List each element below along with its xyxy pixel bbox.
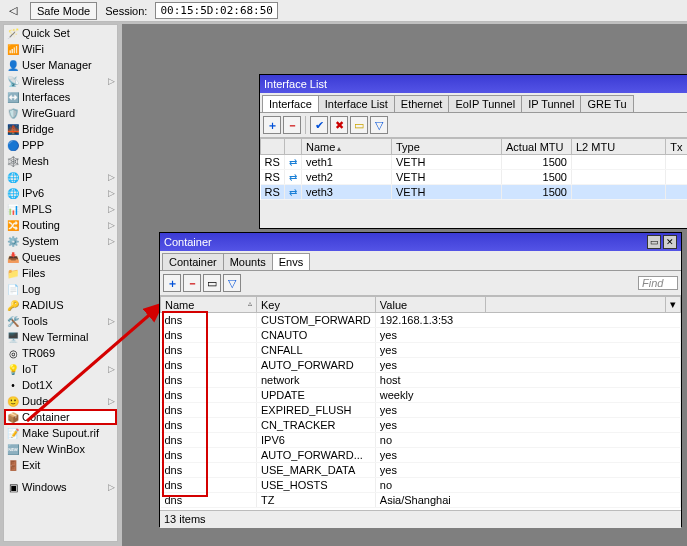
table-row[interactable]: dnsUSE_MARK_DATAyes — [161, 463, 681, 478]
table-row[interactable]: dnsTZAsia/Shanghai — [161, 493, 681, 508]
sidebar-item-iot[interactable]: 💡IoT▷ — [4, 361, 117, 377]
table-row[interactable]: dnsCNFALLyes — [161, 343, 681, 358]
back-icon[interactable]: ◁ — [4, 2, 22, 20]
table-row[interactable]: dnsUSE_HOSTSno — [161, 478, 681, 493]
table-row[interactable]: dnsnetworkhost — [161, 373, 681, 388]
minimize-button[interactable]: ▭ — [647, 235, 661, 249]
sidebar-item-wireguard[interactable]: 🛡️WireGuard — [4, 105, 117, 121]
tab-ethernet[interactable]: Ethernet — [394, 95, 450, 112]
sidebar-item-wifi[interactable]: 📶WiFi — [4, 41, 117, 57]
disable-button[interactable]: ✖ — [330, 116, 348, 134]
sidebar-label: New Terminal — [22, 331, 88, 343]
sidebar-item-bridge[interactable]: 🌉Bridge — [4, 121, 117, 137]
submenu-arrow-icon: ▷ — [108, 236, 115, 246]
sidebar-item-radius[interactable]: 🔑RADIUS — [4, 297, 117, 313]
col-header[interactable]: Type — [392, 139, 502, 155]
tab-container[interactable]: Container — [162, 253, 224, 270]
close-button[interactable]: ✕ — [663, 235, 677, 249]
sidebar-icon: 🕸️ — [6, 154, 20, 168]
sidebar-item-windows[interactable]: ▣Windows▷ — [4, 479, 117, 495]
col-header[interactable]: L2 MTU — [572, 139, 666, 155]
sidebar-label: RADIUS — [22, 299, 64, 311]
sidebar-item-make-supout-rif[interactable]: 📝Make Supout.rif — [4, 425, 117, 441]
sidebar-item-user-manager[interactable]: 👤User Manager — [4, 57, 117, 73]
sidebar-label: IP — [22, 171, 32, 183]
tab-eoip-tunnel[interactable]: EoIP Tunnel — [448, 95, 522, 112]
env-table[interactable]: Name▵KeyValue▾ dnsCUSTOM_FORWARD192.168.… — [160, 296, 681, 508]
remove-button[interactable]: － — [183, 274, 201, 292]
sidebar-item-dot1x[interactable]: •Dot1X — [4, 377, 117, 393]
table-row[interactable]: RS⇄veth2VETH1500 — [261, 170, 688, 185]
interface-list-window: Interface List InterfaceInterface ListEt… — [259, 74, 687, 229]
sidebar-item-wireless[interactable]: 📡Wireless▷ — [4, 73, 117, 89]
sidebar-item-ppp[interactable]: 🔵PPP — [4, 137, 117, 153]
sidebar-item-log[interactable]: 📄Log — [4, 281, 117, 297]
interface-list-title: Interface List — [264, 78, 327, 90]
column-picker-button[interactable]: ▾ — [666, 297, 681, 313]
col-header[interactable]: Name▴ — [302, 139, 392, 155]
sidebar-label: Mesh — [22, 155, 49, 167]
sidebar: 🪄Quick Set📶WiFi👤User Manager📡Wireless▷↔️… — [3, 24, 118, 542]
table-row[interactable]: dnsUPDATEweekly — [161, 388, 681, 403]
table-row[interactable]: dnsCN_TRACKERyes — [161, 418, 681, 433]
remove-button[interactable]: － — [283, 116, 301, 134]
table-row[interactable]: RS⇄veth1VETH1500 — [261, 155, 688, 170]
sidebar-item-interfaces[interactable]: ↔️Interfaces — [4, 89, 117, 105]
table-row[interactable]: dnsEXPIRED_FLUSHyes — [161, 403, 681, 418]
filter-button[interactable]: ▽ — [223, 274, 241, 292]
sidebar-item-tools[interactable]: 🛠️Tools▷ — [4, 313, 117, 329]
container-titlebar[interactable]: Container ▭ ✕ — [160, 233, 681, 251]
sidebar-item-exit[interactable]: 🚪Exit — [4, 457, 117, 473]
sidebar-item-ip[interactable]: 🌐IP▷ — [4, 169, 117, 185]
table-row[interactable]: dnsAUTO_FORWARD...yes — [161, 448, 681, 463]
col-header[interactable]: Tx — [666, 139, 687, 155]
col-header[interactable] — [261, 139, 285, 155]
interface-icon: ⇄ — [289, 157, 297, 168]
table-row[interactable]: dnsIPV6no — [161, 433, 681, 448]
sidebar-item-dude[interactable]: 🙂Dude▷ — [4, 393, 117, 409]
filter-button[interactable]: ▽ — [370, 116, 388, 134]
interface-list-titlebar[interactable]: Interface List — [260, 75, 687, 93]
sidebar-item-new-winbox[interactable]: 🆕New WinBox — [4, 441, 117, 457]
sidebar-item-tr069[interactable]: ◎TR069 — [4, 345, 117, 361]
table-row[interactable]: dnsCNAUTOyes — [161, 328, 681, 343]
enable-button[interactable]: ✔ — [310, 116, 328, 134]
sidebar-label: Windows — [22, 481, 67, 493]
col-header[interactable]: Name▵ — [161, 297, 257, 313]
interface-table[interactable]: Name▴TypeActual MTUL2 MTUTx RS⇄veth1VETH… — [260, 138, 687, 200]
col-header[interactable]: Actual MTU — [502, 139, 572, 155]
sidebar-label: Interfaces — [22, 91, 70, 103]
tab-interface-list[interactable]: Interface List — [318, 95, 395, 112]
sidebar-icon: 📶 — [6, 42, 20, 56]
sidebar-icon: 🪄 — [6, 26, 20, 40]
copy-button[interactable]: ▭ — [203, 274, 221, 292]
table-row[interactable]: RS⇄veth3VETH1500 — [261, 185, 688, 200]
table-row[interactable]: dnsCUSTOM_FORWARD192.168.1.3:53 — [161, 313, 681, 328]
interface-icon: ⇄ — [289, 187, 297, 198]
col-header[interactable]: Key — [257, 297, 376, 313]
add-button[interactable]: ＋ — [263, 116, 281, 134]
tab-mounts[interactable]: Mounts — [223, 253, 273, 270]
sidebar-item-ipv6[interactable]: 🌐IPv6▷ — [4, 185, 117, 201]
comment-button[interactable]: ▭ — [350, 116, 368, 134]
sidebar-item-quick-set[interactable]: 🪄Quick Set — [4, 25, 117, 41]
tab-interface[interactable]: Interface — [262, 95, 319, 112]
safe-mode-button[interactable]: Safe Mode — [30, 2, 97, 20]
find-input[interactable]: Find — [638, 276, 678, 290]
add-button[interactable]: ＋ — [163, 274, 181, 292]
sidebar-item-system[interactable]: ⚙️System▷ — [4, 233, 117, 249]
tab-gre-tu[interactable]: GRE Tu — [580, 95, 633, 112]
sidebar-item-files[interactable]: 📁Files — [4, 265, 117, 281]
table-row[interactable]: dnsAUTO_FORWARDyes — [161, 358, 681, 373]
col-header[interactable]: Value — [375, 297, 485, 313]
tab-ip-tunnel[interactable]: IP Tunnel — [521, 95, 581, 112]
sidebar-item-routing[interactable]: 🔀Routing▷ — [4, 217, 117, 233]
sidebar-item-new-terminal[interactable]: 🖥️New Terminal — [4, 329, 117, 345]
sidebar-item-mpls[interactable]: 📊MPLS▷ — [4, 201, 117, 217]
col-header[interactable] — [285, 139, 302, 155]
submenu-arrow-icon: ▷ — [108, 364, 115, 374]
sidebar-item-queues[interactable]: 📥Queues — [4, 249, 117, 265]
sidebar-item-container[interactable]: 📦Container — [4, 409, 117, 425]
sidebar-item-mesh[interactable]: 🕸️Mesh — [4, 153, 117, 169]
tab-envs[interactable]: Envs — [272, 253, 310, 270]
